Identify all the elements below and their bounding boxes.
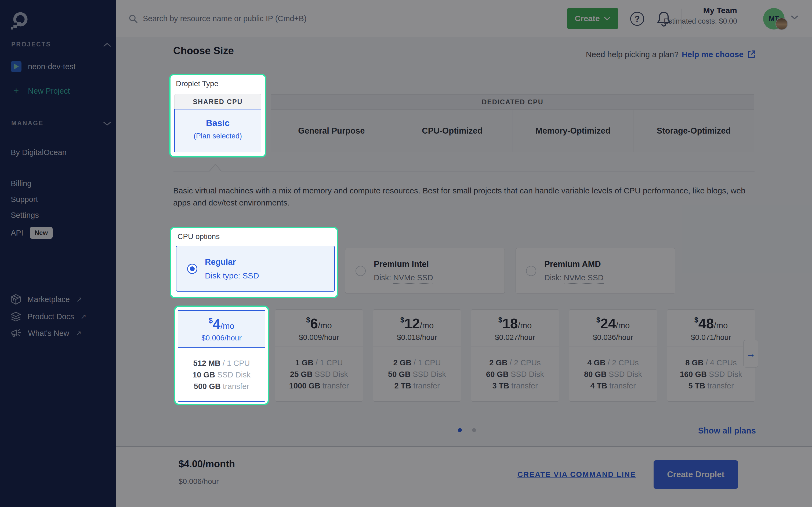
spec-ram: 512 MB/ 1 CPU (178, 357, 265, 369)
cpu-option-regular-selected[interactable]: Regular Disk type: SSD (176, 246, 335, 292)
highlight-droplet-type: Droplet Type SHARED CPU Basic (Plan sele… (169, 74, 266, 158)
dim-overlay (0, 0, 812, 507)
cpu-options-label: CPU options (175, 232, 334, 241)
highlight-cpu-options: CPU options Regular Disk type: SSD (170, 227, 338, 298)
plan-card-4mo-selected[interactable]: $4/mo $0.006/hour 512 MB/ 1 CPU 10 GBSSD… (178, 310, 265, 402)
basic-plan-label: Basic (175, 118, 261, 128)
tab-basic-selected[interactable]: Basic (Plan selected) (174, 109, 261, 152)
spec-disk: 10 GBSSD Disk (178, 369, 265, 381)
create-droplet-page: PROJECTS neon-dev-test + New Project MAN… (0, 0, 812, 507)
highlight-selected-plan: $4/mo $0.006/hour 512 MB/ 1 CPU 10 GBSSD… (174, 305, 269, 405)
tab-shared-cpu[interactable]: SHARED CPU (174, 94, 261, 109)
regular-label: Regular (205, 257, 259, 267)
plan-selected-note: (Plan selected) (175, 132, 261, 140)
regular-disk-type: Disk type: SSD (205, 271, 259, 280)
radio-selected-icon[interactable] (187, 264, 197, 274)
spec-transfer: 500 GBtransfer (178, 381, 265, 392)
droplet-type-label: Droplet Type (174, 79, 261, 88)
